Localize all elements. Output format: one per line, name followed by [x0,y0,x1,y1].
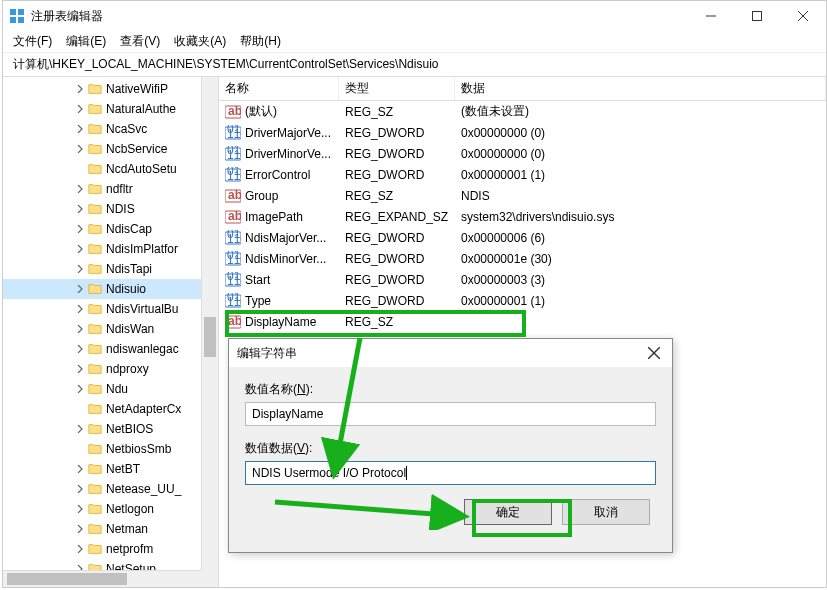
list-row[interactable]: NdisMajorVer...REG_DWORD0x00000006 (6) [219,227,826,248]
chevron-right-icon[interactable] [73,285,87,293]
tree-item-netease_uu_[interactable]: Netease_UU_ [3,479,218,499]
tree-scrollbar-vertical[interactable] [201,77,218,570]
tree-item-netbios[interactable]: NetBIOS [3,419,218,439]
tree-item-ndisimplatfor[interactable]: NdisImPlatfor [3,239,218,259]
list-row[interactable]: DisplayNameREG_SZ [219,311,826,332]
tree-item-ncasvc[interactable]: NcaSvc [3,119,218,139]
chevron-right-icon[interactable] [73,105,87,113]
binary-value-icon [225,251,241,267]
tree-item-ndisvirtualbu[interactable]: NdisVirtualBu [3,299,218,319]
binary-value-icon [225,293,241,309]
value-data-label: 数值数据(V): [245,440,656,457]
list-row[interactable]: StartREG_DWORD0x00000003 (3) [219,269,826,290]
folder-icon [87,302,103,316]
tree-item-netman[interactable]: Netman [3,519,218,539]
cancel-button[interactable]: 取消 [562,499,650,525]
value-data: 0x00000006 (6) [455,231,826,245]
address-bar[interactable]: 计算机\HKEY_LOCAL_MACHINE\SYSTEM\CurrentCon… [3,53,826,77]
tree-item-ncbservice[interactable]: NcbService [3,139,218,159]
tree-item-ncdautosetu[interactable]: NcdAutoSetu [3,159,218,179]
chevron-right-icon[interactable] [73,465,87,473]
value-name: Start [245,273,270,287]
list-row[interactable]: TypeREG_DWORD0x00000001 (1) [219,290,826,311]
chevron-right-icon[interactable] [73,125,87,133]
tree-item-naturalauthe[interactable]: NaturalAuthe [3,99,218,119]
list-row[interactable]: (默认)REG_SZ(数值未设置) [219,101,826,122]
tree-item-ndisuio[interactable]: Ndisuio [3,279,218,299]
tree-item-netlogon[interactable]: Netlogon [3,499,218,519]
list-row[interactable]: GroupREG_SZNDIS [219,185,826,206]
value-name: Group [245,189,278,203]
chevron-right-icon[interactable] [73,505,87,513]
binary-value-icon [225,167,241,183]
list-row[interactable]: NdisMinorVer...REG_DWORD0x0000001e (30) [219,248,826,269]
tree-item-ndistapi[interactable]: NdisTapi [3,259,218,279]
string-value-icon [225,209,241,225]
tree-item-nativewifip[interactable]: NativeWifiP [3,79,218,99]
tree-scrollbar-horizontal[interactable] [3,570,201,587]
tree-item-netbiossmb[interactable]: NetbiosSmb [3,439,218,459]
tree-panel[interactable]: NativeWifiPNaturalAutheNcaSvcNcbServiceN… [3,77,219,587]
chevron-right-icon[interactable] [73,385,87,393]
folder-icon [87,422,103,436]
col-header-type[interactable]: 类型 [339,77,455,100]
tree-item-netbt[interactable]: NetBT [3,459,218,479]
menu-help[interactable]: 帮助(H) [240,33,281,50]
svg-rect-7 [10,17,16,23]
tree-item-ndproxy[interactable]: ndproxy [3,359,218,379]
list-row[interactable]: DriverMinorVe...REG_DWORD0x00000000 (0) [219,143,826,164]
tree-item-ndu[interactable]: Ndu [3,379,218,399]
chevron-right-icon[interactable] [73,205,87,213]
chevron-right-icon[interactable] [73,265,87,273]
chevron-right-icon[interactable] [73,325,87,333]
close-button[interactable] [780,1,826,31]
tree-item-ndiswanlegac[interactable]: ndiswanlegac [3,339,218,359]
chevron-right-icon[interactable] [73,245,87,253]
folder-icon [87,122,103,136]
binary-value-icon [225,230,241,246]
chevron-right-icon[interactable] [73,345,87,353]
chevron-right-icon[interactable] [73,185,87,193]
chevron-right-icon[interactable] [73,365,87,373]
folder-icon [87,522,103,536]
ok-button[interactable]: 确定 [464,499,552,525]
chevron-right-icon[interactable] [73,485,87,493]
value-type: REG_EXPAND_SZ [339,210,455,224]
tree-item-ndfltr[interactable]: ndfltr [3,179,218,199]
minimize-button[interactable] [688,1,734,31]
list-row[interactable]: ImagePathREG_EXPAND_SZsystem32\drivers\n… [219,206,826,227]
tree-item-netadaptercx[interactable]: NetAdapterCx [3,399,218,419]
maximize-button[interactable] [734,1,780,31]
string-value-icon [225,314,241,330]
folder-icon [87,202,103,216]
value-type: REG_DWORD [339,252,455,266]
chevron-right-icon[interactable] [73,305,87,313]
menu-file[interactable]: 文件(F) [13,33,52,50]
chevron-right-icon[interactable] [73,425,87,433]
list-row[interactable]: ErrorControlREG_DWORD0x00000001 (1) [219,164,826,185]
chevron-right-icon[interactable] [73,225,87,233]
dialog-close-button[interactable] [644,343,664,363]
list-row[interactable]: DriverMajorVe...REG_DWORD0x00000000 (0) [219,122,826,143]
svg-rect-8 [18,17,24,23]
col-header-name[interactable]: 名称 [219,77,339,100]
tree-item-label: NetbiosSmb [106,442,171,456]
col-header-data[interactable]: 数据 [455,77,826,100]
tree-item-ndis[interactable]: NDIS [3,199,218,219]
value-data-input[interactable]: NDIS Usermode I/O Protocol [245,461,656,485]
app-icon [9,8,25,24]
value-name-input[interactable]: DisplayName [245,402,656,426]
chevron-right-icon[interactable] [73,545,87,553]
dialog-title-text: 编辑字符串 [237,345,644,362]
tree-item-ndiscap[interactable]: NdisCap [3,219,218,239]
value-data: system32\drivers\ndisuio.sys [455,210,826,224]
menu-favorites[interactable]: 收藏夹(A) [174,33,226,50]
chevron-right-icon[interactable] [73,145,87,153]
tree-item-netprofm[interactable]: netprofm [3,539,218,559]
chevron-right-icon[interactable] [73,525,87,533]
tree-item-ndiswan[interactable]: NdisWan [3,319,218,339]
chevron-right-icon[interactable] [73,85,87,93]
menu-view[interactable]: 查看(V) [120,33,160,50]
menu-edit[interactable]: 编辑(E) [66,33,106,50]
tree-item-label: NdisImPlatfor [106,242,178,256]
